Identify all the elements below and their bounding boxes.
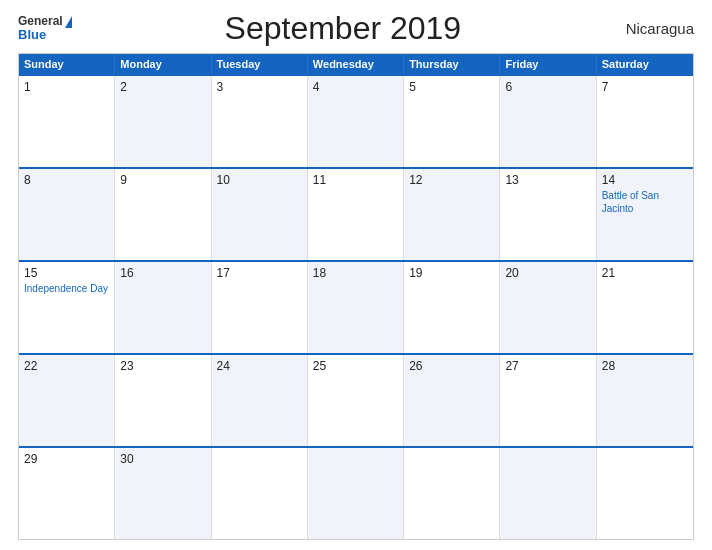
col-header-monday: Monday (115, 54, 211, 74)
cal-cell-1-1: 1 (19, 76, 115, 167)
col-header-friday: Friday (500, 54, 596, 74)
cal-cell-5-1: 29 (19, 448, 115, 539)
country-label: Nicaragua (614, 20, 694, 37)
week-row-1: 1234567 (19, 74, 693, 167)
day-number-5: 5 (409, 80, 494, 94)
col-header-wednesday: Wednesday (308, 54, 404, 74)
day-number-17: 17 (217, 266, 302, 280)
day-number-1: 1 (24, 80, 109, 94)
calendar-header-row: Sunday Monday Tuesday Wednesday Thursday… (19, 54, 693, 74)
cal-cell-2-6: 13 (500, 169, 596, 260)
day-number-26: 26 (409, 359, 494, 373)
day-number-18: 18 (313, 266, 398, 280)
day-number-4: 4 (313, 80, 398, 94)
day-number-7: 7 (602, 80, 688, 94)
cal-cell-3-6: 20 (500, 262, 596, 353)
cal-cell-5-2: 30 (115, 448, 211, 539)
col-header-saturday: Saturday (597, 54, 693, 74)
cal-cell-2-1: 8 (19, 169, 115, 260)
cal-cell-1-3: 3 (212, 76, 308, 167)
day-number-8: 8 (24, 173, 109, 187)
calendar-title: September 2019 (72, 10, 614, 47)
col-header-sunday: Sunday (19, 54, 115, 74)
cal-cell-1-4: 4 (308, 76, 404, 167)
cal-cell-4-4: 25 (308, 355, 404, 446)
day-number-11: 11 (313, 173, 398, 187)
logo-triangle-icon (65, 16, 72, 28)
cal-cell-1-5: 5 (404, 76, 500, 167)
day-number-13: 13 (505, 173, 590, 187)
cal-cell-5-7 (597, 448, 693, 539)
day-number-28: 28 (602, 359, 688, 373)
day-number-24: 24 (217, 359, 302, 373)
cal-cell-4-5: 26 (404, 355, 500, 446)
page: General Blue September 2019 Nicaragua Su… (0, 0, 712, 550)
cal-cell-1-6: 6 (500, 76, 596, 167)
day-number-9: 9 (120, 173, 205, 187)
cal-cell-3-1: 15Independence Day (19, 262, 115, 353)
week-row-5: 2930 (19, 446, 693, 539)
cal-cell-5-4 (308, 448, 404, 539)
day-number-27: 27 (505, 359, 590, 373)
cal-cell-1-7: 7 (597, 76, 693, 167)
cal-cell-3-5: 19 (404, 262, 500, 353)
cal-cell-4-1: 22 (19, 355, 115, 446)
day-number-10: 10 (217, 173, 302, 187)
cal-cell-2-4: 11 (308, 169, 404, 260)
day-number-12: 12 (409, 173, 494, 187)
week-row-3: 15Independence Day161718192021 (19, 260, 693, 353)
day-number-3: 3 (217, 80, 302, 94)
cal-cell-2-7: 14Battle of San Jacinto (597, 169, 693, 260)
cal-cell-3-3: 17 (212, 262, 308, 353)
day-number-19: 19 (409, 266, 494, 280)
cal-cell-2-3: 10 (212, 169, 308, 260)
cal-cell-3-2: 16 (115, 262, 211, 353)
logo: General Blue (18, 15, 72, 42)
cal-cell-4-6: 27 (500, 355, 596, 446)
cal-cell-3-4: 18 (308, 262, 404, 353)
cal-cell-4-2: 23 (115, 355, 211, 446)
day-number-6: 6 (505, 80, 590, 94)
calendar: Sunday Monday Tuesday Wednesday Thursday… (18, 53, 694, 540)
cal-cell-5-6 (500, 448, 596, 539)
day-number-20: 20 (505, 266, 590, 280)
logo-blue-text: Blue (18, 28, 72, 42)
day-number-30: 30 (120, 452, 205, 466)
logo-general-text: General (18, 15, 72, 28)
day-number-29: 29 (24, 452, 109, 466)
week-row-2: 891011121314Battle of San Jacinto (19, 167, 693, 260)
day-number-22: 22 (24, 359, 109, 373)
cal-cell-2-2: 9 (115, 169, 211, 260)
header: General Blue September 2019 Nicaragua (18, 10, 694, 47)
week-row-4: 22232425262728 (19, 353, 693, 446)
cal-cell-4-7: 28 (597, 355, 693, 446)
day-number-15: 15 (24, 266, 109, 280)
col-header-tuesday: Tuesday (212, 54, 308, 74)
day-number-14: 14 (602, 173, 688, 187)
col-header-thursday: Thursday (404, 54, 500, 74)
cal-cell-5-5 (404, 448, 500, 539)
day-number-21: 21 (602, 266, 688, 280)
cal-cell-5-3 (212, 448, 308, 539)
day-number-2: 2 (120, 80, 205, 94)
cal-cell-3-7: 21 (597, 262, 693, 353)
calendar-body: 1234567891011121314Battle of San Jacinto… (19, 74, 693, 539)
cal-cell-2-5: 12 (404, 169, 500, 260)
event-label: Battle of San Jacinto (602, 190, 659, 214)
cal-cell-1-2: 2 (115, 76, 211, 167)
day-number-16: 16 (120, 266, 205, 280)
event-label: Independence Day (24, 283, 108, 294)
day-number-25: 25 (313, 359, 398, 373)
day-number-23: 23 (120, 359, 205, 373)
cal-cell-4-3: 24 (212, 355, 308, 446)
